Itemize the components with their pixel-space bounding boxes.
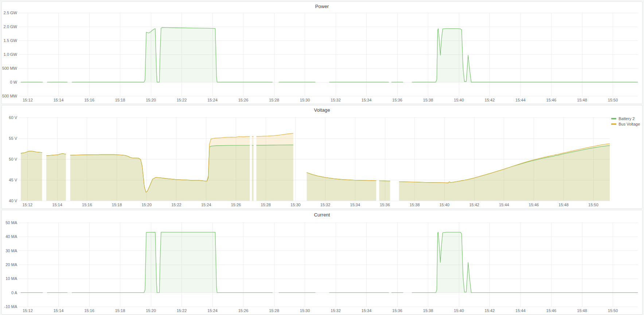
x-tick-label: 15:42 bbox=[485, 308, 495, 313]
x-tick-label: 15:18 bbox=[112, 203, 122, 207]
x-tick-label: 15:24 bbox=[207, 98, 218, 102]
x-tick-label: 15:32 bbox=[320, 203, 331, 207]
series-fill bbox=[21, 151, 42, 201]
x-tick-label: 15:48 bbox=[577, 98, 587, 102]
x-tick-label: 15:28 bbox=[269, 98, 279, 102]
x-tick-label: 15:38 bbox=[410, 203, 420, 207]
power-panel-title[interactable]: Power bbox=[2, 4, 642, 9]
battery-2-series-swatch bbox=[611, 118, 616, 119]
x-tick-label: 15:50 bbox=[588, 203, 598, 207]
current-panel: Current 50 MA40 MA30 MA20 MA10 MA0 A-10 … bbox=[1, 210, 643, 315]
x-tick-label: 15:16 bbox=[84, 98, 94, 102]
y-tick-label: 40 V bbox=[9, 199, 17, 203]
voltage-panel-title[interactable]: Voltage bbox=[2, 107, 642, 113]
current-chart[interactable]: 50 MA40 MA30 MA20 MA10 MA0 A-10 MA15:121… bbox=[2, 210, 641, 314]
series-fill bbox=[46, 154, 66, 201]
x-tick-label: 15:24 bbox=[201, 203, 211, 207]
x-tick-label: 15:20 bbox=[141, 203, 152, 207]
legend-item-bus-voltage[interactable]: Bus Voltage bbox=[611, 122, 640, 126]
x-tick-label: 15:12 bbox=[23, 308, 33, 313]
x-tick-label: 15:16 bbox=[84, 308, 94, 313]
x-tick-label: 15:26 bbox=[238, 98, 249, 102]
x-tick-label: 15:26 bbox=[231, 203, 241, 207]
x-tick-label: 15:46 bbox=[529, 203, 539, 207]
y-tick-label: 0 A bbox=[11, 291, 17, 295]
x-tick-label: 15:26 bbox=[238, 308, 249, 313]
y-tick-label: 0 W bbox=[10, 80, 17, 84]
x-tick-label: 15:30 bbox=[300, 98, 310, 102]
bus-voltage-series-swatch bbox=[611, 123, 616, 125]
series-fill bbox=[70, 137, 250, 201]
x-tick-label: 15:22 bbox=[177, 98, 187, 102]
series-fill bbox=[412, 232, 638, 293]
voltage-chart[interactable]: 60 V55 V50 V45 V40 V15:1215:1415:1615:18… bbox=[2, 105, 641, 208]
voltage-legend: Battery 2 Bus Voltage bbox=[611, 116, 640, 126]
y-tick-label: 45 V bbox=[9, 178, 17, 182]
x-tick-label: 15:50 bbox=[608, 98, 618, 102]
y-tick-label: 50 V bbox=[9, 157, 17, 161]
y-tick-label: 10 MA bbox=[5, 276, 17, 281]
power-chart[interactable]: 2.5 GW2.0 GW1.5 GW1.0 GW500 MW0 W-500 MW… bbox=[2, 2, 641, 103]
series-fill bbox=[72, 27, 273, 82]
x-tick-label: 15:22 bbox=[177, 308, 187, 313]
y-tick-label: -500 MW bbox=[2, 94, 17, 98]
x-tick-label: 15:44 bbox=[515, 98, 526, 102]
y-tick-label: 1.5 GW bbox=[4, 38, 17, 43]
x-tick-label: 15:48 bbox=[577, 308, 587, 313]
series-fill bbox=[252, 137, 254, 201]
x-tick-label: 15:34 bbox=[362, 98, 372, 102]
x-tick-label: 15:22 bbox=[171, 203, 182, 207]
y-tick-label: 30 MA bbox=[5, 249, 17, 253]
y-tick-label: 2.5 GW bbox=[4, 11, 17, 15]
y-tick-label: 60 V bbox=[9, 115, 17, 120]
x-tick-label: 15:18 bbox=[115, 308, 125, 313]
series-fill bbox=[307, 173, 376, 201]
x-tick-label: 15:48 bbox=[559, 203, 569, 207]
x-tick-label: 15:20 bbox=[146, 98, 156, 102]
y-tick-label: -10 MA bbox=[4, 304, 17, 309]
y-tick-label: 40 MA bbox=[5, 234, 17, 239]
x-tick-label: 15:36 bbox=[392, 98, 402, 102]
y-tick-label: 55 V bbox=[9, 136, 17, 141]
x-tick-label: 15:30 bbox=[300, 308, 310, 313]
y-tick-label: 20 MA bbox=[5, 262, 17, 267]
x-tick-label: 15:32 bbox=[331, 308, 341, 313]
x-tick-label: 15:38 bbox=[423, 98, 433, 102]
x-tick-label: 15:46 bbox=[546, 308, 557, 313]
legend-item-label: Bus Voltage bbox=[618, 122, 640, 126]
x-tick-label: 15:42 bbox=[469, 203, 479, 207]
current-panel-title[interactable]: Current bbox=[2, 212, 642, 218]
series-fill bbox=[379, 181, 390, 201]
x-tick-label: 15:14 bbox=[54, 98, 64, 102]
x-tick-label: 15:36 bbox=[380, 203, 390, 207]
y-tick-label: 1.0 GW bbox=[4, 52, 17, 57]
legend-item-label: Battery 2 bbox=[618, 116, 635, 121]
x-tick-label: 15:40 bbox=[440, 203, 450, 207]
x-tick-label: 15:40 bbox=[454, 98, 464, 102]
x-tick-label: 15:44 bbox=[499, 203, 509, 207]
x-tick-label: 15:46 bbox=[546, 98, 557, 102]
x-tick-label: 15:12 bbox=[23, 203, 33, 207]
series-line bbox=[379, 181, 390, 181]
x-tick-label: 15:24 bbox=[207, 308, 218, 313]
y-tick-label: 50 MA bbox=[5, 220, 17, 225]
y-tick-label: 500 MW bbox=[2, 66, 17, 70]
series-fill bbox=[412, 28, 638, 82]
x-tick-label: 15:34 bbox=[362, 308, 372, 313]
x-tick-label: 15:20 bbox=[146, 308, 156, 313]
x-tick-label: 15:40 bbox=[454, 308, 464, 313]
x-tick-label: 15:28 bbox=[261, 203, 271, 207]
x-tick-label: 15:14 bbox=[54, 308, 64, 313]
x-tick-label: 15:12 bbox=[23, 98, 33, 102]
x-tick-label: 15:30 bbox=[290, 203, 301, 207]
series-fill bbox=[256, 133, 293, 201]
voltage-panel: Voltage 60 V55 V50 V45 V40 V15:1215:1415… bbox=[1, 105, 643, 209]
legend-item-battery-2[interactable]: Battery 2 bbox=[611, 116, 640, 121]
x-tick-label: 15:16 bbox=[82, 203, 92, 207]
power-panel: Power 2.5 GW2.0 GW1.5 GW1.0 GW500 MW0 W-… bbox=[1, 1, 643, 104]
x-tick-label: 15:44 bbox=[515, 308, 526, 313]
x-tick-label: 15:14 bbox=[52, 203, 62, 207]
x-tick-label: 15:42 bbox=[485, 98, 495, 102]
x-tick-label: 15:50 bbox=[608, 308, 618, 313]
x-tick-label: 15:28 bbox=[269, 308, 279, 313]
